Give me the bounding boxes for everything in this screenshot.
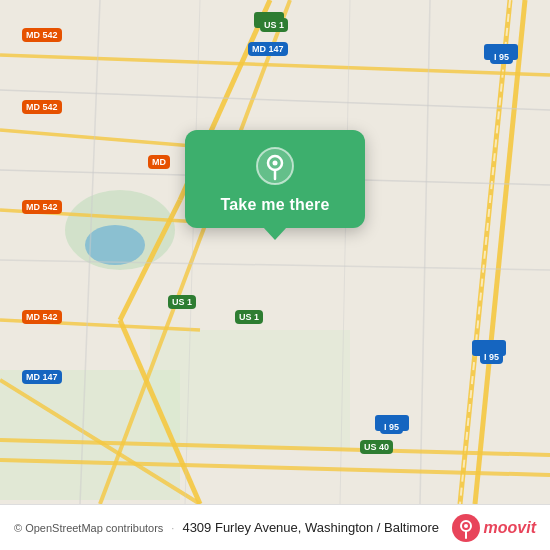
map-roads — [0, 0, 550, 550]
moovit-logo: moovit — [452, 514, 536, 542]
route-badge-md542-3: MD 542 — [22, 200, 62, 214]
route-badge-us40: US 40 — [360, 440, 393, 454]
route-badge-md147-top: MD 147 — [248, 42, 288, 56]
moovit-brand-text: moovit — [484, 519, 536, 537]
popup-card[interactable]: Take me there — [185, 130, 365, 228]
route-badge-md-mid: MD — [148, 155, 170, 169]
route-badge-md147-bot: MD 147 — [22, 370, 62, 384]
take-me-there-label: Take me there — [220, 196, 329, 214]
info-bar-left: © OpenStreetMap contributors · 4309 Furl… — [14, 520, 439, 535]
route-badge-md542-1: MD 542 — [22, 28, 62, 42]
copyright-text: © OpenStreetMap contributors — [14, 522, 163, 534]
route-badge-i95-mid: I 95 — [480, 350, 503, 364]
info-bar: © OpenStreetMap contributors · 4309 Furl… — [0, 504, 550, 550]
route-badge-md542-4: MD 542 — [22, 310, 62, 324]
svg-point-2 — [85, 225, 145, 265]
route-badge-us1-mid: US 1 — [168, 295, 196, 309]
moovit-logo-icon — [452, 514, 480, 542]
route-badge-md542-2: MD 542 — [22, 100, 62, 114]
svg-rect-4 — [150, 330, 350, 450]
route-badge-us1-top: US 1 — [260, 18, 288, 32]
separator: · — [171, 522, 174, 534]
map-container: US 1MD 542MD 147I 95MD 542MDMD 542US 1US… — [0, 0, 550, 550]
route-badge-i95-bot: I 95 — [380, 420, 403, 434]
svg-point-36 — [464, 524, 468, 528]
route-badge-i95-top: I 95 — [490, 50, 513, 64]
svg-point-32 — [273, 161, 278, 166]
address-text: 4309 Furley Avenue, Washington / Baltimo… — [182, 520, 439, 535]
location-pin-icon — [255, 146, 295, 186]
route-badge-us1-mid2: US 1 — [235, 310, 263, 324]
